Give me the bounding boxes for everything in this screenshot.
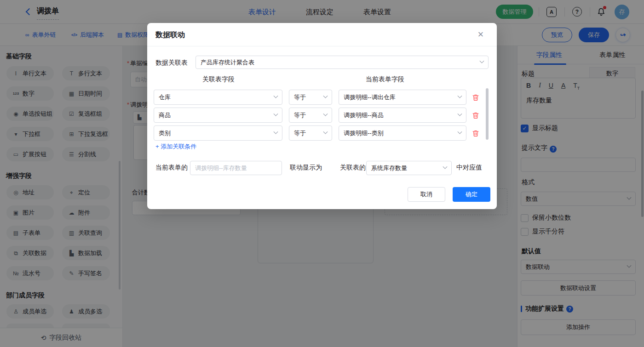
condition-left-select[interactable]: 商品 — [154, 108, 282, 123]
confirm-button[interactable]: 确定 — [453, 187, 490, 202]
linkage-display-label: 联动显示为 — [290, 164, 322, 172]
current-form-label: 当前表单的 — [155, 164, 188, 172]
conditions-scrollbar[interactable] — [486, 88, 489, 140]
current-field-input[interactable]: 调拨明细--库存数量 — [190, 161, 282, 175]
chevron-down-icon — [323, 130, 328, 134]
condition-op-select[interactable]: 等于 — [289, 90, 332, 105]
chevron-down-icon — [323, 94, 328, 98]
condition-left-select[interactable]: 仓库 — [154, 90, 282, 105]
current-field-placeholder: 调拨明细--库存数量 — [195, 164, 247, 172]
form-designer-app: 调拨单 表单设计 流程设定 表单设置 数据管理 A ? 存 ∞ 表单外链 </>… — [0, 0, 644, 347]
condition-right-select[interactable]: 调拨明细--调出仓库 — [339, 90, 466, 105]
condition-op-select[interactable]: 等于 — [289, 108, 332, 123]
condition-right-select[interactable]: 调拨明细--商品 — [339, 108, 466, 123]
corresponding-value-label: 中对应值 — [456, 164, 482, 172]
column-header-left: 关联表字段 — [202, 75, 235, 84]
chevron-down-icon — [458, 112, 462, 116]
close-icon[interactable]: × — [474, 28, 488, 41]
chevron-down-icon — [323, 112, 328, 116]
delete-condition-icon[interactable] — [472, 130, 479, 137]
relation-table-label: 数据关联表 — [155, 59, 188, 67]
chevron-down-icon — [458, 94, 462, 98]
relation-table-select[interactable]: 产品库存统计聚合表 — [196, 56, 489, 69]
relation-of-label: 关联表的 — [340, 164, 366, 172]
relation-field-select[interactable]: 系统库存数量 — [366, 161, 452, 175]
cancel-button[interactable]: 取消 — [408, 187, 445, 202]
chevron-down-icon — [274, 130, 278, 134]
condition-op-select[interactable]: 等于 — [289, 125, 332, 141]
column-header-right: 当前表单字段 — [366, 75, 404, 84]
condition-left-select[interactable]: 类别 — [154, 125, 282, 141]
chevron-down-icon — [458, 130, 462, 134]
modal-title: 数据联动 — [155, 30, 185, 40]
chevron-down-icon — [274, 94, 278, 98]
delete-condition-icon[interactable] — [472, 112, 479, 119]
chevron-down-icon — [274, 112, 278, 116]
delete-condition-icon[interactable] — [472, 94, 479, 101]
modal-divider — [147, 46, 497, 46]
add-condition-link[interactable]: + 添加关联条件 — [155, 142, 196, 151]
chevron-down-icon — [480, 59, 484, 63]
condition-right-select[interactable]: 调拨明细--类别 — [339, 125, 466, 141]
chevron-down-icon — [443, 165, 448, 169]
data-linkage-modal: 数据联动 × 数据关联表 产品库存统计聚合表 关联表字段 当前表单字段 仓库 等… — [147, 23, 497, 209]
